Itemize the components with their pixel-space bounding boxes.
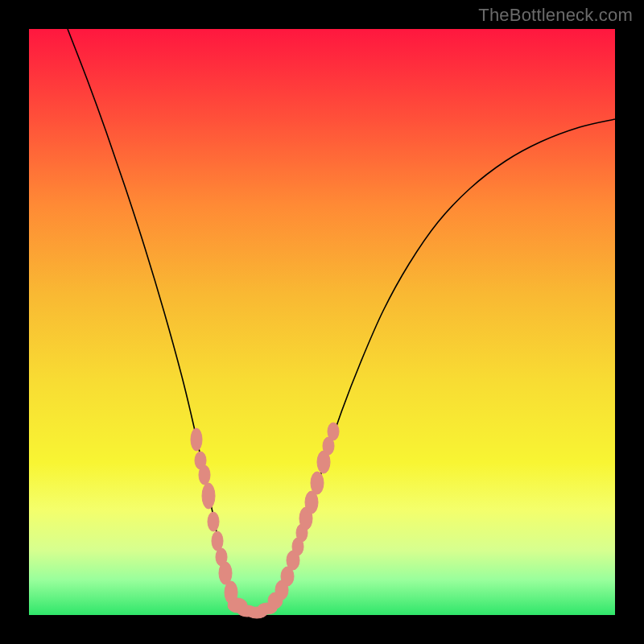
data-marker	[212, 531, 223, 551]
chart-area	[29, 29, 615, 615]
bottleneck-curve	[68, 29, 615, 615]
bottleneck-plot	[29, 29, 615, 615]
data-marker	[191, 428, 202, 451]
data-markers	[191, 423, 339, 618]
data-marker	[328, 423, 339, 440]
data-marker	[311, 472, 324, 494]
watermark-text: TheBottleneck.com	[478, 5, 633, 26]
data-marker	[208, 512, 219, 531]
data-marker	[202, 483, 215, 509]
data-marker	[199, 465, 210, 485]
